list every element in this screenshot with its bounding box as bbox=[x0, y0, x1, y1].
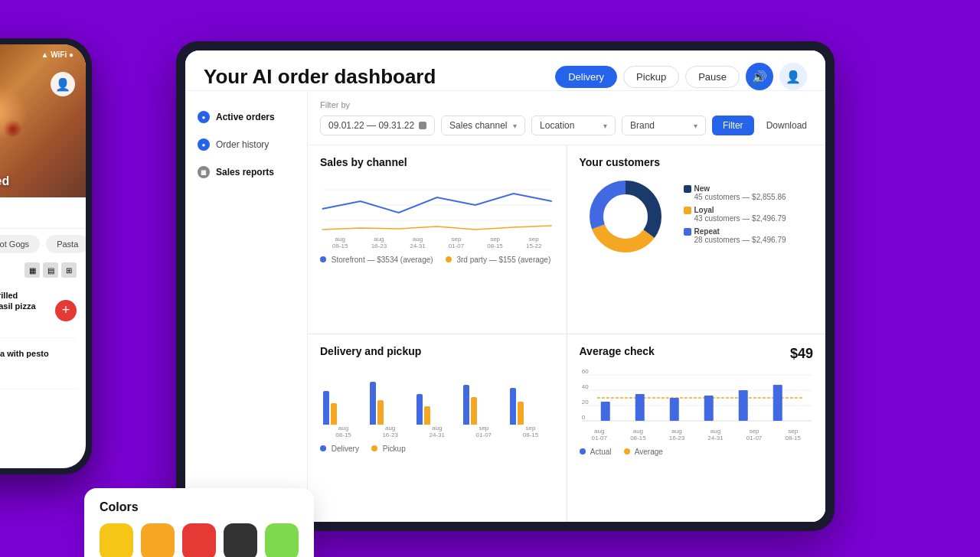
svg-rect-18 bbox=[669, 398, 678, 421]
tablet-frame: Your AI order dashboard Delivery Pickup … bbox=[176, 41, 835, 531]
delivery-bar bbox=[323, 391, 329, 425]
phone-hero-overlay: RestoGPT generated bbox=[0, 165, 86, 197]
dropdown-arrow-icon: ▾ bbox=[513, 122, 517, 130]
brand-label: Brand bbox=[630, 120, 655, 131]
svg-text:40: 40 bbox=[581, 383, 588, 390]
active-orders-icon: ● bbox=[198, 111, 210, 123]
user-button[interactable]: 👤 bbox=[779, 63, 807, 90]
sidebar-item-sales-reports[interactable]: ▦ Sales reports bbox=[185, 158, 307, 186]
legend-actual: Actual bbox=[580, 448, 612, 456]
phone-hero: 9:41 ▲ WiFi ● 👤 RestoGPT generated bbox=[0, 44, 86, 197]
sound-button[interactable]: 🔊 bbox=[746, 63, 773, 90]
food-info: Chorizo, chargrilled eggplant and basil … bbox=[0, 290, 47, 331]
x-label: sep08-15 bbox=[776, 428, 810, 441]
svg-text:20: 20 bbox=[581, 399, 588, 406]
sidebar-item-active-orders[interactable]: ● Active orders bbox=[185, 103, 307, 131]
pickup-bar bbox=[471, 397, 477, 425]
repeat-legend-box bbox=[684, 228, 691, 236]
sidebar-item-order-history[interactable]: ● Order history bbox=[185, 131, 307, 158]
delivery-bar bbox=[463, 385, 469, 425]
x-label: sep08-15 bbox=[510, 425, 550, 438]
calendar-icon bbox=[419, 122, 426, 129]
delivery-tab[interactable]: Delivery bbox=[555, 66, 617, 88]
delivery-bar-chart bbox=[320, 363, 554, 425]
legend-new: New 45 customers — $2,855.86 bbox=[684, 184, 786, 201]
order-history-icon: ● bbox=[198, 138, 210, 151]
phone-avatar-button[interactable]: 👤 bbox=[51, 72, 75, 96]
x-label: aug24-31 bbox=[698, 428, 733, 441]
pasta-category[interactable]: Pasta bbox=[46, 235, 86, 253]
legend-3rdparty: 3rd party — $155 (average) bbox=[446, 256, 551, 264]
svg-rect-17 bbox=[635, 394, 644, 421]
dropdown-arrow-icon: ▾ bbox=[603, 122, 607, 130]
avg-check-header: Average check $49 bbox=[580, 345, 814, 363]
delivery-x-labels: aug08-15 aug16-23 aug24-31 sep01-07 sep0… bbox=[320, 425, 554, 438]
x-label: aug16-23 bbox=[660, 428, 694, 441]
pause-tab[interactable]: Pause bbox=[685, 66, 740, 88]
thirdparty-dot bbox=[446, 256, 452, 262]
add-item-button[interactable]: + bbox=[55, 300, 77, 321]
sidebar: ● Active orders ● Order history ▦ Sales … bbox=[185, 91, 308, 522]
bar-group bbox=[416, 394, 457, 425]
delivery-pickup-card: Delivery and pickup bbox=[308, 334, 567, 523]
sidebar-item-label: Active orders bbox=[216, 112, 275, 122]
color-swatch-dark[interactable] bbox=[224, 523, 257, 557]
header-nav: Delivery Pickup Pause 🔊 👤 bbox=[555, 63, 807, 90]
hotgogs-category[interactable]: Hot Gogs bbox=[0, 235, 40, 253]
x-label: sep01-07 bbox=[463, 425, 504, 438]
avg-check-title: Average check bbox=[580, 345, 655, 357]
sales-legend: Storefront — $3534 (average) 3rd party —… bbox=[320, 256, 554, 264]
pickup-tab[interactable]: Pickup bbox=[623, 66, 679, 88]
food-name: Chorizo, chargrilled eggplant and basil … bbox=[0, 290, 47, 312]
food-item: Margherita pizza with pesto ricotta 200g bbox=[0, 338, 77, 389]
svg-text:0: 0 bbox=[581, 414, 585, 421]
food-price: $15,5 bbox=[0, 321, 47, 331]
x-label: aug24-31 bbox=[400, 236, 435, 249]
sales-channel-dropdown[interactable]: Sales channel ▾ bbox=[441, 116, 525, 135]
list-view-icon[interactable]: ▦ bbox=[24, 262, 40, 278]
tablet-screen: Your AI order dashboard Delivery Pickup … bbox=[185, 50, 825, 522]
x-label: aug24-31 bbox=[416, 425, 457, 438]
download-button[interactable]: Download bbox=[760, 116, 813, 135]
date-range-picker[interactable]: 09.01.22 — 09.31.22 bbox=[320, 116, 435, 135]
delivery-bar bbox=[370, 382, 376, 425]
main-content: Filter by 09.01.22 — 09.31.22 Sales chan… bbox=[308, 91, 825, 522]
svg-rect-20 bbox=[738, 390, 747, 421]
dropdown-arrow-icon: ▾ bbox=[694, 122, 697, 130]
colors-panel-title: Colors bbox=[100, 500, 299, 514]
sales-x-labels: aug08-15 aug16-23 aug24-31 sep01-07 sep0… bbox=[320, 236, 554, 249]
filter-bar: Filter by 09.01.22 — 09.31.22 Sales chan… bbox=[308, 91, 825, 145]
donut-chart-area: New 45 customers — $2,855.86 Loyal 43 cu… bbox=[580, 174, 814, 259]
location-dropdown[interactable]: Location ▾ bbox=[531, 116, 616, 135]
svg-rect-21 bbox=[773, 385, 782, 421]
legend-loyal: Loyal 43 customers — $2,496.79 bbox=[684, 206, 786, 223]
legend-pickup: Pickup bbox=[371, 445, 406, 453]
x-label: sep01-07 bbox=[439, 236, 474, 249]
color-swatch-yellow[interactable] bbox=[100, 523, 133, 557]
brand-dropdown[interactable]: Brand ▾ bbox=[622, 116, 706, 135]
delivery-legend: Delivery Pickup bbox=[320, 445, 554, 453]
avg-check-amount: $49 bbox=[790, 346, 813, 362]
grid-view-icon[interactable]: ▤ bbox=[43, 262, 58, 278]
dashboard-title: Your AI order dashboard bbox=[204, 65, 436, 89]
x-label: aug01-07 bbox=[583, 428, 617, 441]
charts-grid: Sales by channel bbox=[308, 145, 825, 522]
svg-rect-19 bbox=[704, 396, 713, 421]
food-info: Margherita pizza with pesto ricotta 200g bbox=[0, 348, 77, 379]
food-items-list: 🔥 Chorizo, chargrilled eggplant and basi… bbox=[0, 284, 86, 389]
color-swatch-green[interactable] bbox=[265, 523, 299, 557]
sales-by-channel-card: Sales by channel bbox=[308, 145, 567, 334]
tile-view-icon[interactable]: ⊞ bbox=[61, 262, 77, 278]
color-swatch-red[interactable] bbox=[182, 523, 216, 557]
location-label: Location bbox=[540, 120, 574, 131]
color-swatch-orange[interactable] bbox=[141, 523, 175, 557]
svg-point-6 bbox=[606, 197, 645, 236]
food-weight: 600g bbox=[0, 312, 47, 321]
bar-group bbox=[510, 388, 550, 425]
pickup-bar bbox=[377, 400, 384, 425]
x-label: sep01-07 bbox=[737, 428, 772, 441]
x-label: aug08-15 bbox=[323, 425, 364, 438]
sidebar-item-label: Sales reports bbox=[216, 167, 274, 178]
filter-button[interactable]: Filter bbox=[712, 116, 754, 135]
phone-tabs: Delivery Pickup bbox=[0, 197, 86, 229]
